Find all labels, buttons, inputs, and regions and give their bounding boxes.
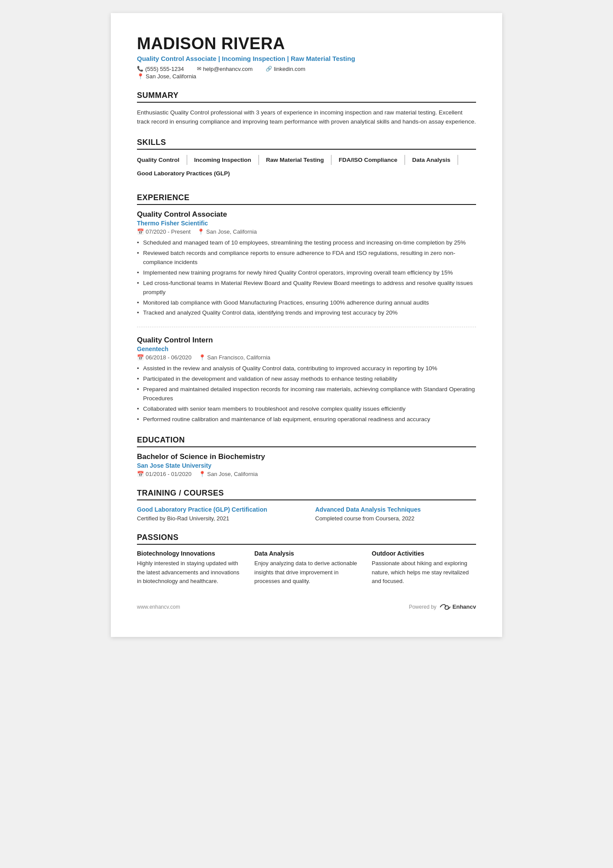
passion-1: Biotechnology Innovations Highly interes…: [137, 550, 241, 585]
passion-3-title: Outdoor Activities: [372, 550, 476, 557]
training-item-2: Advanced Data Analysis Techniques Comple…: [315, 506, 476, 522]
calendar-icon-2: 📅: [137, 354, 144, 361]
passion-1-title: Biotechnology Innovations: [137, 550, 241, 557]
phone-value: (555) 555-1234: [145, 66, 184, 72]
bullet-1-1: Scheduled and managed team of 10 employe…: [137, 238, 476, 248]
skill-3: Raw Material Testing: [266, 155, 332, 165]
training-2-desc: Completed course from Coursera, 2022: [315, 515, 476, 522]
pin-icon-edu: 📍: [199, 471, 206, 477]
edu-location: 📍 San Jose, California: [199, 471, 258, 477]
pin-icon-2: 📍: [199, 354, 206, 361]
summary-text: Enthusiastic Quality Control professiona…: [137, 108, 476, 127]
training-1-desc: Certified by Bio-Rad University, 2021: [137, 515, 298, 522]
location-row: 📍 San Jose, California: [137, 73, 476, 80]
job-1-meta: 📅 07/2020 - Present 📍 San Jose, Californ…: [137, 228, 476, 235]
location-value: San Jose, California: [146, 73, 196, 80]
job-1-date: 📅 07/2020 - Present: [137, 228, 190, 235]
job-1-role: Quality Control Associate: [137, 210, 476, 219]
pin-icon-1: 📍: [197, 228, 204, 235]
footer-powered: Powered by Enhancv: [409, 603, 476, 611]
bullet-1-3: Implemented new training programs for ne…: [137, 268, 476, 278]
email-value: help@enhancv.com: [203, 66, 253, 72]
passions-section: PASSIONS Biotechnology Innovations Highl…: [137, 533, 476, 585]
footer: www.enhancv.com Powered by Enhancv: [137, 603, 476, 611]
training-grid: Good Laboratory Practice (GLP) Certifica…: [137, 506, 476, 522]
enhancv-icon-svg: [439, 603, 451, 611]
education-section: EDUCATION Bachelor of Science in Biochem…: [137, 436, 476, 477]
email-contact: ✉ help@enhancv.com: [197, 66, 253, 72]
header: MADISON RIVERA Quality Control Associate…: [137, 35, 476, 80]
job-2-company: Genentech: [137, 345, 476, 352]
job-1-bullets: Scheduled and managed team of 10 employe…: [137, 238, 476, 318]
phone-contact: 📞 (555) 555-1234: [137, 66, 184, 72]
training-item-1: Good Laboratory Practice (GLP) Certifica…: [137, 506, 298, 522]
skills-title: SKILLS: [137, 138, 476, 150]
calendar-icon-edu: 📅: [137, 471, 144, 477]
passion-2-title: Data Analysis: [254, 550, 359, 557]
contact-row: 📞 (555) 555-1234 ✉ help@enhancv.com 🔗 li…: [137, 66, 476, 72]
passion-3: Outdoor Activities Passionate about hiki…: [372, 550, 476, 585]
training-1-title: Good Laboratory Practice (GLP) Certifica…: [137, 506, 298, 514]
skills-section: SKILLS Quality Control Incoming Inspecti…: [137, 138, 476, 182]
edu-meta: 📅 01/2016 - 01/2020 📍 San Jose, Californ…: [137, 471, 476, 477]
passion-1-desc: Highly interested in staying updated wit…: [137, 559, 241, 585]
training-section: TRAINING / COURSES Good Laboratory Pract…: [137, 489, 476, 522]
job-2-date: 📅 06/2018 - 06/2020: [137, 354, 192, 361]
job-1-company: Thermo Fisher Scientific: [137, 220, 476, 227]
email-icon: ✉: [197, 66, 201, 72]
summary-title: SUMMARY: [137, 91, 476, 103]
summary-section: SUMMARY Enthusiastic Quality Control pro…: [137, 91, 476, 127]
degree-title: Bachelor of Science in Biochemistry: [137, 452, 476, 461]
skill-4: FDA/ISO Compliance: [339, 155, 405, 165]
job-2-bullets: Assisted in the review and analysis of Q…: [137, 364, 476, 424]
job-2-role: Quality Control Intern: [137, 336, 476, 345]
training-2-title: Advanced Data Analysis Techniques: [315, 506, 476, 514]
enhancv-brand: Enhancv: [453, 603, 476, 610]
phone-icon: 📞: [137, 66, 143, 72]
linkedin-contact: 🔗 linkedin.com: [266, 66, 305, 72]
job-1: Quality Control Associate Thermo Fisher …: [137, 210, 476, 327]
bullet-1-6: Tracked and analyzed Quality Control dat…: [137, 308, 476, 318]
calendar-icon-1: 📅: [137, 228, 144, 235]
skill-5: Data Analysis: [412, 155, 458, 165]
experience-section: EXPERIENCE Quality Control Associate The…: [137, 193, 476, 424]
link-icon: 🔗: [266, 66, 272, 72]
education-title: EDUCATION: [137, 436, 476, 447]
passion-3-desc: Passionate about hiking and exploring na…: [372, 559, 476, 585]
resume-container: MADISON RIVERA Quality Control Associate…: [111, 13, 502, 637]
passion-2: Data Analysis Enjoy analyzing data to de…: [254, 550, 359, 585]
footer-website: www.enhancv.com: [137, 604, 180, 610]
skill-2: Incoming Inspection: [194, 155, 259, 165]
candidate-title: Quality Control Associate | Incoming Ins…: [137, 55, 476, 62]
skills-list: Quality Control Incoming Inspection Raw …: [137, 155, 476, 182]
bullet-1-5: Monitored lab compliance with Good Manuf…: [137, 298, 476, 308]
powered-by-label: Powered by: [409, 604, 436, 610]
passions-grid: Biotechnology Innovations Highly interes…: [137, 550, 476, 585]
school-name: San Jose State University: [137, 462, 476, 469]
experience-title: EXPERIENCE: [137, 193, 476, 205]
job-2: Quality Control Intern Genentech 📅 06/20…: [137, 336, 476, 424]
bullet-2-1: Assisted in the review and analysis of Q…: [137, 364, 476, 373]
location-icon: 📍: [137, 73, 144, 80]
job-2-location: 📍 San Francisco, California: [199, 354, 270, 361]
bullet-2-4: Collaborated with senior team members to…: [137, 405, 476, 414]
bullet-1-2: Reviewed batch records and compliance re…: [137, 249, 476, 267]
skill-1: Quality Control: [137, 155, 187, 165]
bullet-2-2: Participated in the development and vali…: [137, 375, 476, 384]
training-title: TRAINING / COURSES: [137, 489, 476, 500]
bullet-1-4: Led cross-functional teams in Material R…: [137, 279, 476, 297]
bullet-2-3: Prepared and maintained detailed inspect…: [137, 385, 476, 403]
passion-2-desc: Enjoy analyzing data to derive actionabl…: [254, 559, 359, 585]
candidate-name: MADISON RIVERA: [137, 35, 476, 53]
bullet-2-5: Performed routine calibration and mainte…: [137, 415, 476, 424]
passions-title: PASSIONS: [137, 533, 476, 545]
job-2-meta: 📅 06/2018 - 06/2020 📍 San Francisco, Cal…: [137, 354, 476, 361]
linkedin-value: linkedin.com: [274, 66, 305, 72]
edu-date: 📅 01/2016 - 01/2020: [137, 471, 192, 477]
skill-6: Good Laboratory Practices (GLP): [137, 168, 230, 178]
job-1-location: 📍 San Jose, California: [197, 228, 257, 235]
enhancv-logo: Enhancv: [439, 603, 476, 611]
